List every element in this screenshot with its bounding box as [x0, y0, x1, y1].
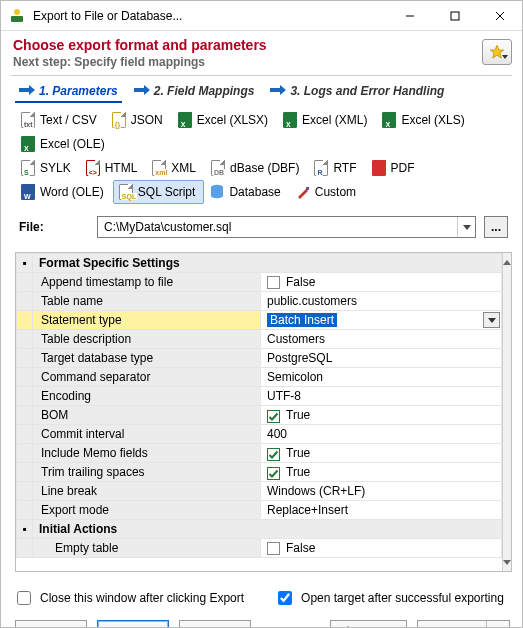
format-text-csv[interactable]: txtText / CSV — [15, 108, 106, 132]
arrow-right-icon — [19, 84, 35, 98]
format-label: Custom — [315, 185, 356, 199]
file-dropdown-icon[interactable] — [457, 217, 475, 237]
expander-icon[interactable]: ▪ — [17, 254, 33, 273]
export-icon — [341, 625, 355, 629]
tools-button[interactable]: Tools — [417, 620, 510, 628]
prop-label: Append timestamp to file — [33, 273, 261, 292]
next-button[interactable]: Next — [97, 620, 169, 628]
file-input[interactable] — [98, 217, 457, 237]
open-target-checkbox[interactable]: Open target after successful exporting — [274, 588, 504, 608]
prop-label: Commit interval — [33, 425, 261, 444]
prop-value: PostgreSQL — [267, 351, 332, 365]
wizard-steps: 1. Parameters2. Field Mappings3. Logs an… — [1, 76, 522, 104]
format-json[interactable]: {}JSON — [106, 108, 172, 132]
prop-cell[interactable]: False — [261, 273, 502, 292]
checkbox-icon — [267, 448, 280, 461]
section-header: Format Specific Settings — [33, 254, 502, 273]
scroll-up-icon[interactable] — [503, 253, 511, 271]
prop-cell[interactable]: True — [261, 444, 502, 463]
format-custom[interactable]: Custom — [290, 180, 365, 204]
dropdown-button[interactable] — [483, 312, 500, 328]
format-label: HTML — [105, 161, 138, 175]
prop-label: Line break — [33, 482, 261, 501]
wizard-step[interactable]: 2. Field Mappings — [130, 82, 259, 100]
json-icon: {} — [111, 112, 127, 128]
format-label: RTF — [333, 161, 356, 175]
scroll-down-icon[interactable] — [503, 553, 511, 571]
prop-cell[interactable]: Replace+Insert — [261, 501, 502, 520]
prop-label: Encoding — [33, 387, 261, 406]
checkbox-icon — [267, 276, 280, 289]
back-button[interactable]: Back — [15, 620, 87, 628]
format-excel-xlsx-[interactable]: XExcel (XLSX) — [172, 108, 277, 132]
prop-cell[interactable]: public.customers — [261, 292, 502, 311]
format-excel-ole-[interactable]: XExcel (OLE) — [15, 132, 114, 156]
wizard-step[interactable]: 1. Parameters — [15, 82, 122, 100]
prop-cell[interactable]: Batch Insert — [261, 311, 502, 330]
svg-marker-9 — [134, 85, 150, 95]
format-toolbar: txtText / CSV{}JSONXExcel (XLSX)XExcel (… — [1, 104, 522, 206]
sylk-icon: S — [20, 160, 36, 176]
file-browse-button[interactable]: ... — [484, 216, 508, 238]
expander-icon[interactable]: ▪ — [17, 520, 33, 539]
prop-cell[interactable]: True — [261, 463, 502, 482]
settings-grid: ▪Format Specific SettingsAppend timestam… — [15, 252, 512, 572]
format-rtf[interactable]: RRTF — [308, 156, 365, 180]
scrollbar[interactable] — [502, 253, 511, 571]
format-label: XML — [171, 161, 196, 175]
prop-value: 400 — [267, 427, 287, 441]
svg-rect-1 — [11, 16, 23, 22]
custom-icon — [295, 184, 311, 200]
prop-cell[interactable]: 400 — [261, 425, 502, 444]
format-sylk[interactable]: SSYLK — [15, 156, 80, 180]
format-label: Text / CSV — [40, 113, 97, 127]
prop-value: UTF-8 — [267, 389, 301, 403]
excel-xlsx--icon: X — [177, 112, 193, 128]
file-combo[interactable] — [97, 216, 476, 238]
export-button[interactable]: Export — [330, 620, 407, 628]
svg-rect-3 — [451, 12, 459, 20]
format-excel-xls-[interactable]: XExcel (XLS) — [376, 108, 473, 132]
prop-label: Include Memo fields — [33, 444, 261, 463]
button-row: Back Next Cancel Export Tools — [1, 608, 522, 628]
wizard-step[interactable]: 3. Logs and Error Handling — [266, 82, 448, 100]
page-heading: Choose export format and parameters — [13, 37, 482, 53]
close-button[interactable] — [477, 1, 522, 30]
pdf-icon — [371, 160, 387, 176]
format-word-ole-[interactable]: WWord (OLE) — [15, 180, 113, 204]
format-dbase-dbf-[interactable]: DBdBase (DBF) — [205, 156, 308, 180]
svg-marker-7 — [502, 55, 508, 59]
prop-label: Trim trailing spaces — [33, 463, 261, 482]
prop-cell[interactable]: Customers — [261, 330, 502, 349]
format-html[interactable]: <>HTML — [80, 156, 147, 180]
window-title: Export to File or Database... — [33, 9, 387, 23]
maximize-button[interactable] — [432, 1, 477, 30]
sql-script-icon: SQL — [118, 184, 134, 200]
section-header: Initial Actions — [33, 520, 502, 539]
prop-cell[interactable]: PostgreSQL — [261, 349, 502, 368]
format-pdf[interactable]: PDF — [366, 156, 424, 180]
format-sql-script[interactable]: SQLSQL Script — [113, 180, 205, 204]
file-label: File: — [19, 220, 89, 234]
cancel-button[interactable]: Cancel — [179, 620, 251, 628]
footer-options: Close this window after clicking Export … — [1, 572, 522, 608]
prop-cell[interactable]: UTF-8 — [261, 387, 502, 406]
prop-cell[interactable]: Windows (CR+LF) — [261, 482, 502, 501]
prop-cell[interactable]: False — [261, 539, 502, 558]
format-excel-xml-[interactable]: XExcel (XML) — [277, 108, 376, 132]
close-after-export-checkbox[interactable]: Close this window after clicking Export — [13, 588, 244, 608]
step-label: 3. Logs and Error Handling — [290, 84, 444, 98]
format-xml[interactable]: xmlXML — [146, 156, 205, 180]
svg-point-0 — [14, 9, 20, 15]
format-database[interactable]: Database — [204, 180, 289, 204]
excel-xls--icon: X — [381, 112, 397, 128]
prop-cell[interactable]: Semicolon — [261, 368, 502, 387]
format-label: JSON — [131, 113, 163, 127]
text-csv-icon: txt — [20, 112, 36, 128]
prop-value: Batch Insert — [267, 313, 337, 327]
favorites-button[interactable] — [482, 39, 512, 65]
window-buttons — [387, 1, 522, 30]
minimize-button[interactable] — [387, 1, 432, 30]
rtf-icon: R — [313, 160, 329, 176]
prop-cell[interactable]: True — [261, 406, 502, 425]
